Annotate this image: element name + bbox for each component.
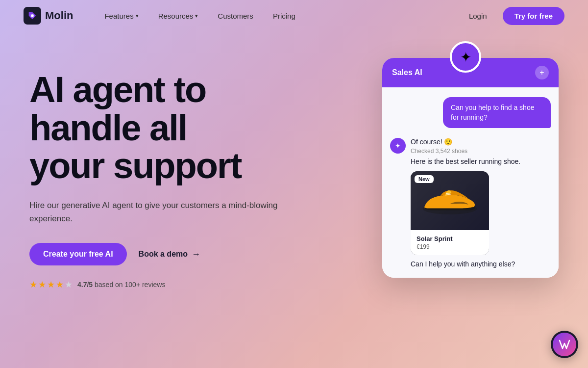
hero-buttons: Create your free AI Book a demo → (29, 243, 363, 265)
floating-avatar-inner (553, 333, 576, 356)
navbar: Molin Features ▾ Resources ▾ Customers P… (0, 0, 588, 31)
chat-card: Sales AI + Can you help to find a shoe f… (382, 58, 559, 278)
user-message: Can you help to find a shoe for running? (443, 97, 551, 128)
nav-features[interactable]: Features ▾ (97, 8, 146, 24)
login-button[interactable]: Login (461, 8, 495, 24)
product-image-area: New (411, 171, 489, 230)
star-rating: ★ ★ ★ ★ ★ (29, 279, 73, 290)
nav-actions: Login Try for free (461, 7, 564, 25)
demo-arrow-icon: → (192, 249, 200, 260)
hero-title: AI agent to handle all your support (29, 71, 363, 185)
resources-chevron: ▾ (195, 13, 198, 19)
logo-icon (24, 7, 41, 25)
logo[interactable]: Molin (24, 7, 73, 25)
try-free-button[interactable]: Try for free (503, 7, 564, 25)
ai-messages: Of course! 🙂 Checked 3,542 shoes Here is… (411, 138, 551, 268)
ai-greeting: Of course! 🙂 (411, 138, 551, 146)
review-score: 4.7/5 based on 100+ reviews (77, 281, 165, 289)
floating-chat-button[interactable] (551, 331, 578, 358)
star-4: ★ (56, 279, 64, 290)
hero-section: AI agent to handle all your support Hire… (0, 31, 588, 368)
reviews: ★ ★ ★ ★ ★ 4.7/5 based on 100+ reviews (29, 279, 363, 290)
nav-links: Features ▾ Resources ▾ Customers Pricing (97, 8, 461, 24)
ai-response: ✦ Of course! 🙂 Checked 3,542 shoes Here … (390, 138, 551, 268)
ai-sparkle-small: ✦ (395, 142, 401, 150)
help-message: Can I help you with anything else? (411, 260, 551, 268)
checked-label: Checked 3,542 shoes (411, 148, 551, 155)
ai-response-text: Here is the best seller running shoe. (411, 158, 551, 165)
star-3: ★ (47, 279, 55, 290)
create-free-button[interactable]: Create your free AI (29, 243, 127, 265)
book-demo-button[interactable]: Book a demo → (139, 249, 200, 260)
ai-avatar-large: ✦ (450, 41, 481, 73)
product-card[interactable]: New (411, 171, 489, 255)
chat-title: Sales AI (392, 68, 422, 77)
chat-body: Can you help to find a shoe for running?… (382, 87, 559, 278)
product-price: €199 (416, 243, 483, 250)
floating-logo-icon (558, 338, 571, 351)
chat-widget-container: ✦ Sales AI + Can you help to find a shoe… (372, 46, 559, 278)
features-chevron: ▾ (136, 13, 139, 19)
star-5: ★ (65, 279, 73, 290)
nav-resources[interactable]: Resources ▾ (150, 8, 206, 24)
chat-plus-icon[interactable]: + (535, 66, 549, 79)
product-info: Solar Sprint €199 (411, 230, 489, 255)
nav-pricing[interactable]: Pricing (265, 8, 303, 24)
hero-subtitle: Hire our generative AI agent to give you… (29, 199, 284, 225)
new-badge: New (415, 175, 434, 183)
sparkle-icon: ✦ (460, 49, 471, 65)
svg-point-0 (31, 14, 34, 17)
brand-name: Molin (45, 9, 73, 22)
shoe-image (418, 179, 482, 223)
hero-left: AI agent to handle all your support Hire… (29, 51, 363, 290)
product-name: Solar Sprint (416, 235, 483, 242)
star-2: ★ (38, 279, 46, 290)
ai-avatar-small: ✦ (390, 138, 406, 154)
nav-customers[interactable]: Customers (210, 8, 261, 24)
star-1: ★ (29, 279, 37, 290)
